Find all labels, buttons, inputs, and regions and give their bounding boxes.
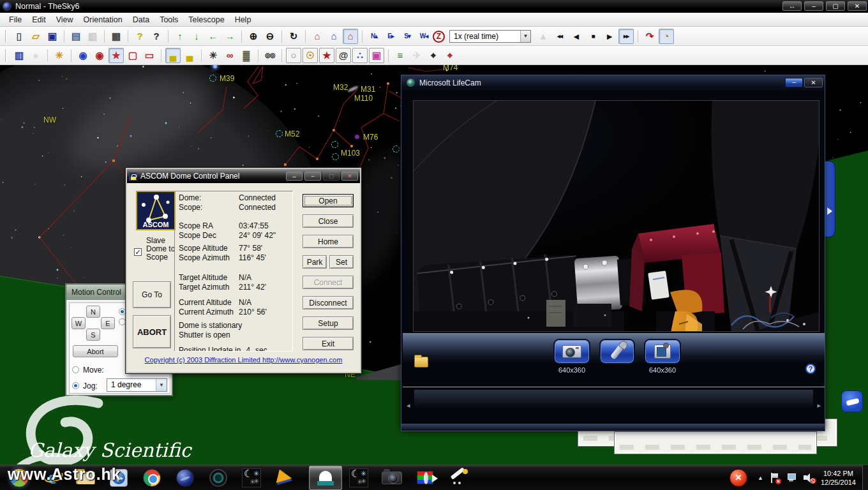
goto-button[interactable]: Go To <box>133 281 171 308</box>
data-wizard-icon[interactable]: ▥ <box>11 48 27 63</box>
nebula-icon[interactable]: ▣ <box>369 48 384 63</box>
field-rotate-icon[interactable]: ↻ <box>286 29 301 44</box>
look-west-icon[interactable]: W◂ <box>416 29 431 44</box>
pan-left-icon[interactable]: ← <box>206 29 221 44</box>
toolbar-grip[interactable] <box>5 49 7 62</box>
tray-show-hidden-button[interactable]: ▲ <box>758 475 763 481</box>
lifecam-minimize-button[interactable]: – <box>785 78 803 87</box>
time-step-forward-icon[interactable]: ▸ <box>602 29 617 44</box>
jog-south-button[interactable]: S <box>86 329 100 341</box>
action-center-icon[interactable]: ✕ <box>771 473 779 483</box>
constellation-boundary-icon[interactable]: ▢ <box>125 48 140 63</box>
context-help-icon[interactable]: ? <box>149 29 164 44</box>
menu-file[interactable]: File <box>4 14 27 26</box>
zenith-view-icon[interactable]: ⌂ <box>343 29 358 44</box>
lifecam-window[interactable]: Microsoft LifeCam – ✕ <box>401 75 825 431</box>
exit-button[interactable]: Exit <box>303 337 354 350</box>
reference-circle-icon[interactable]: ○ <box>286 48 301 63</box>
telescope-control-icon[interactable]: ⌖ <box>442 48 458 63</box>
time-rate-dropdown[interactable]: 1x (real time) ▼ <box>449 30 531 43</box>
jog-west-button[interactable]: W <box>71 317 86 329</box>
menu-view[interactable]: View <box>51 14 79 26</box>
constellation-lines-icon[interactable]: ★ <box>319 48 334 63</box>
menu-tools[interactable]: Tools <box>154 14 183 26</box>
record-audio-button[interactable] <box>599 339 635 364</box>
ascom-titlebar[interactable]: ASCOM Dome Control Panel ↔–▢✕ <box>127 169 360 183</box>
look-east-icon[interactable]: E▸ <box>383 29 398 44</box>
ascom-dome-window[interactable]: ASCOM Dome Control Panel ↔–▢✕ ASCOM ✓ Sl… <box>125 167 362 374</box>
home-button[interactable]: Home <box>303 235 354 248</box>
observing-list-icon[interactable]: ≡ <box>393 48 408 63</box>
chart-mode-icon[interactable]: ▓ <box>239 48 254 63</box>
satellite-icon[interactable]: ✈ <box>409 48 424 63</box>
network-icon[interactable] <box>786 473 796 482</box>
taskbar-start-button[interactable] <box>3 466 36 490</box>
taskbar-chrome-icon[interactable] <box>135 466 168 490</box>
volume-muted-icon[interactable]: ⃠ <box>804 473 814 483</box>
set-button[interactable]: Set <box>329 255 354 269</box>
move-radio[interactable] <box>72 366 79 373</box>
ascom-close-button[interactable]: ✕ <box>341 172 358 181</box>
chevron-down-icon[interactable]: ▼ <box>520 31 530 42</box>
menu-telescope[interactable]: Telescope <box>183 14 229 26</box>
lifecam-close-button[interactable]: ✕ <box>804 78 823 87</box>
constellation-figure-icon[interactable]: ★ <box>108 48 124 63</box>
open-file-icon[interactable]: ▱ <box>28 29 43 44</box>
help-icon[interactable]: ? <box>132 29 147 44</box>
telescope-link-icon[interactable]: ⌖ <box>426 48 441 63</box>
jog-north-button[interactable]: N <box>86 306 100 318</box>
lifecam-titlebar[interactable]: Microsoft LifeCam <box>401 75 825 90</box>
save-icon[interactable]: ▣ <box>45 29 60 44</box>
zoom-in-icon[interactable]: ⊕ <box>246 29 261 44</box>
solar-system-icon[interactable]: ☉ <box>303 48 318 63</box>
galaxy-icon[interactable]: @ <box>336 48 351 63</box>
taskbar-planetarium-icon[interactable] <box>235 466 268 490</box>
abort-button[interactable]: ABORT <box>133 315 171 348</box>
time-step-back-icon[interactable]: ◂ <box>569 29 584 44</box>
thesky-titlebar[interactable]: Normal - TheSky6 ↔–▢✕ <box>0 0 868 13</box>
gallery-scroll-right-icon[interactable]: ▸ <box>817 401 821 410</box>
pan-right-icon[interactable]: → <box>222 29 237 44</box>
setup-button[interactable]: Setup <box>303 316 354 330</box>
look-north-icon[interactable]: N▴ <box>366 29 382 44</box>
equatorial-grid-icon[interactable]: ◉ <box>92 48 107 63</box>
look-south-icon[interactable]: S▾ <box>400 29 415 44</box>
show-desktop-button[interactable] <box>862 465 868 490</box>
pole-view-icon[interactable]: ⌂ <box>326 29 341 44</box>
copy-icon[interactable]: ▤ <box>68 29 84 44</box>
new-document-icon[interactable]: ▯ <box>11 29 27 44</box>
close-shutter-button[interactable]: Close <box>303 214 354 228</box>
globe-disabled-icon[interactable]: ● <box>28 48 43 63</box>
window-minimize-button[interactable]: – <box>804 1 823 11</box>
gallery-folder-icon[interactable] <box>414 357 428 368</box>
horizon-photo-icon[interactable]: ▄ <box>182 48 197 63</box>
find-icon[interactable]: ◎◎ <box>262 48 278 63</box>
star-cluster-icon[interactable]: ∴ <box>352 48 368 63</box>
help-icon[interactable]: ? <box>805 364 816 374</box>
disconnect-button[interactable]: Disconnect <box>303 296 354 309</box>
menu-data[interactable]: Data <box>128 14 154 26</box>
window-swap-button[interactable]: ↔ <box>782 1 802 11</box>
taskbar-planetarium2-icon[interactable] <box>342 466 375 490</box>
record-video-button[interactable] <box>644 339 681 364</box>
pan-up-icon[interactable]: ↑ <box>172 29 188 44</box>
park-button[interactable]: Park <box>303 255 327 269</box>
look-zenith-icon[interactable]: Z <box>433 31 445 43</box>
print-icon[interactable]: ▦ <box>108 29 124 44</box>
pan-down-icon[interactable]: ↓ <box>189 29 204 44</box>
taskbar-thesky6-icon[interactable] <box>168 466 202 490</box>
background-window-2[interactable] <box>614 431 817 454</box>
taskbar-dome-app-icon[interactable] <box>309 466 342 490</box>
taskbar-skyviewer-icon[interactable] <box>268 466 301 490</box>
toolbar-grip[interactable] <box>5 30 7 43</box>
brightness-icon[interactable]: ☀ <box>206 48 221 63</box>
time-rewind-icon[interactable]: ◂◂ <box>552 29 567 44</box>
paste-icon[interactable]: ▥ <box>85 29 100 44</box>
motion-abort-button[interactable]: Abort <box>73 345 118 357</box>
zoom-out-icon[interactable]: ⊖ <box>262 29 278 44</box>
taskbar-explorer-icon[interactable] <box>69 466 102 490</box>
time-clock-icon[interactable]: ◔ <box>659 29 674 44</box>
time-skip-marker-icon[interactable]: ↷ <box>642 29 657 44</box>
menu-help[interactable]: Help <box>230 14 257 26</box>
gallery-thumbnails[interactable] <box>414 390 813 421</box>
